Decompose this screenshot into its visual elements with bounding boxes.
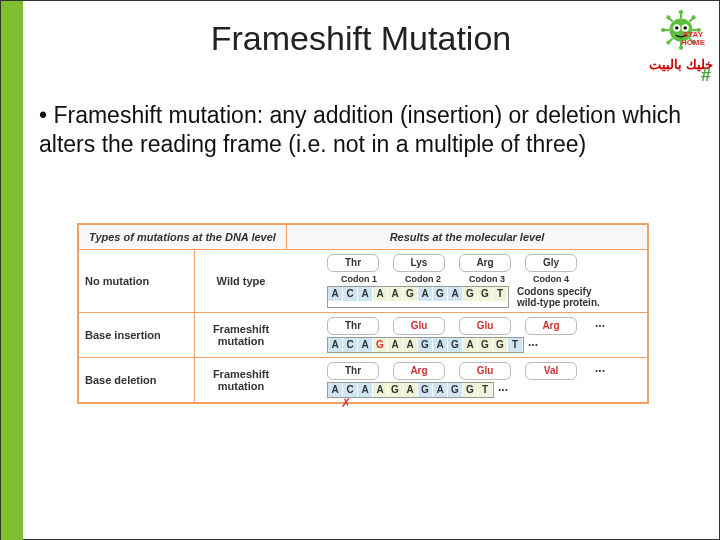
row2-label: Base insertion (79, 313, 195, 357)
hash-icon: # (701, 65, 711, 86)
amino-acid: Glu (459, 317, 511, 335)
stay-home-text: STAYHOME (681, 31, 705, 47)
amino-acid: Arg (459, 254, 511, 272)
deletion-mark-icon: ✗ (341, 396, 351, 410)
codon-label: Codon 1 (327, 274, 391, 284)
svg-point-15 (666, 41, 670, 45)
row3-sub: Frameshift mutation (195, 358, 287, 402)
amino-acid: Thr (327, 317, 379, 335)
codon-label: Codon 4 (519, 274, 583, 284)
amino-acid: Glu (459, 362, 511, 380)
row-deletion: Base deletion Frameshift mutation Thr Ar… (79, 357, 647, 402)
sidebar-accent (1, 1, 23, 540)
row-no-mutation: No mutation Wild type Thr Lys Arg Gly Co… (79, 249, 647, 312)
hdr-right: Results at the molecular level (287, 225, 647, 249)
corner-badge: STAYHOME خليك بالبيت # (649, 9, 713, 72)
bullet-text: • Frameshift mutation: any addition (ins… (39, 101, 691, 160)
svg-point-9 (679, 10, 683, 14)
amino-acid: Thr (327, 362, 379, 380)
sequence: ACA GAA GAG AGG T (327, 337, 524, 353)
sequence: ACA AAG AGA GGT (327, 286, 509, 308)
row1-note: Codons specify wild-type protein. (517, 286, 609, 308)
codon-label: Codon 2 (391, 274, 455, 284)
svg-point-11 (661, 28, 665, 32)
slide-title: Frameshift Mutation (1, 19, 720, 58)
ellipsis-icon: ··· (595, 319, 605, 333)
mutation-table: Types of mutations at the DNA level Resu… (77, 223, 649, 404)
row1-content: Thr Lys Arg Gly Codon 1 Codon 2 Codon 3 … (287, 250, 647, 312)
hdr-left: Types of mutations at the DNA level (79, 225, 287, 249)
amino-acid: Val (525, 362, 577, 380)
amino-acid: Arg (393, 362, 445, 380)
ellipsis-icon: ··· (498, 383, 508, 397)
amino-acid: Arg (525, 317, 577, 335)
amino-acid: Lys (393, 254, 445, 272)
row3-label: Base deletion (79, 358, 195, 402)
row2-sub: Frameshift mutation (195, 313, 287, 357)
svg-point-19 (675, 26, 678, 29)
row3-content: Thr Arg Glu Val ··· ACA AGA GAG GT ··· ✗ (287, 358, 647, 402)
row-insertion: Base insertion Frameshift mutation Thr G… (79, 312, 647, 357)
svg-point-13 (666, 15, 670, 19)
codon-label: Codon 3 (455, 274, 519, 284)
sequence: ACA AGA GAG GT (327, 382, 494, 398)
ellipsis-icon: ··· (595, 364, 605, 378)
row1-sub: Wild type (195, 250, 287, 312)
row1-label: No mutation (79, 250, 195, 312)
row2-content: Thr Glu Glu Arg ··· ACA GAA GAG AGG T ··… (287, 313, 647, 357)
amino-acid: Thr (327, 254, 379, 272)
svg-point-16 (692, 15, 696, 19)
table-header: Types of mutations at the DNA level Resu… (79, 225, 647, 249)
amino-acid: Glu (393, 317, 445, 335)
ellipsis-icon: ··· (528, 338, 538, 352)
amino-acid: Gly (525, 254, 577, 272)
